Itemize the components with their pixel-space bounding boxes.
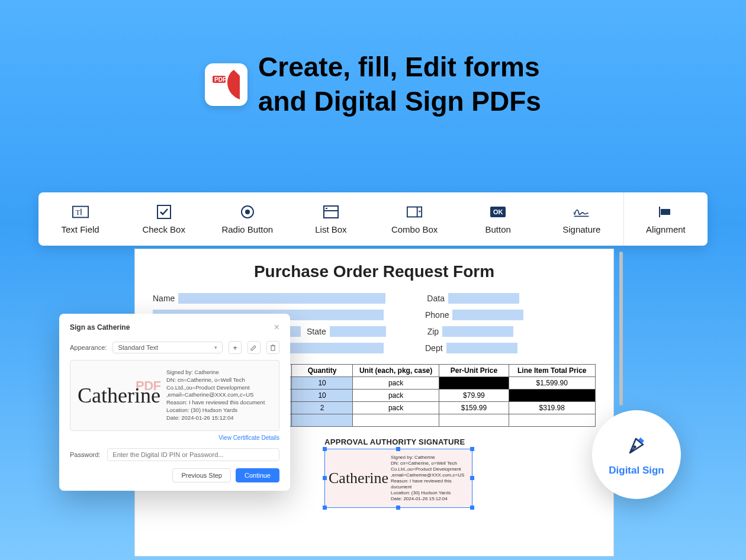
col-price: Per-Unit Price [439,365,509,377]
name-field[interactable] [178,293,385,304]
signature-details: Signed by: Catherine DN: cn=Catherine, o… [391,455,468,502]
form-label-data: Data [427,294,445,303]
add-appearance-button[interactable]: + [229,341,242,354]
col-quantity: Quantity [292,365,353,377]
title-line-2: and Digital Sign PDFs [258,85,541,119]
tool-label: Signature [562,224,600,234]
combo-box-icon [406,204,423,220]
button-icon: OK [490,204,506,220]
check-box-icon [156,204,172,220]
svg-rect-10 [326,208,327,209]
tool-label: Alignment [646,224,686,234]
phone-field[interactable] [452,310,523,320]
signature-icon: x [573,204,590,220]
alignment-icon [657,204,674,220]
edit-appearance-button[interactable] [247,341,261,354]
svg-text:PDF: PDF [214,76,226,83]
title-block: Create, fill, Edit forms and Digital Sig… [258,50,541,118]
zip-field[interactable] [442,326,513,337]
form-label-zip: Zip [427,327,439,336]
data-field[interactable] [448,293,519,304]
svg-rect-17 [271,346,275,350]
signature-field[interactable]: Catherine Signed by: Catherine DN: cn=Ca… [324,449,472,508]
fab-label: Digital Sign [609,465,664,477]
tool-alignment[interactable]: Alignment [623,192,708,246]
delete-appearance-button[interactable] [266,341,279,354]
chevron-down-icon: ▾ [214,345,217,350]
col-total: Line Item Total Price [509,365,596,377]
tool-label: List Box [315,224,346,234]
list-box-icon [323,204,339,220]
tool-text-field[interactable]: T Text Field [38,192,122,246]
sign-dialog: Sign as Catherine × Appearance: Standard… [59,314,290,491]
scrollbar[interactable] [619,252,623,405]
appearance-label: Appearance: [70,344,107,351]
signature-script: Catherine [329,469,388,487]
digital-sign-fab[interactable]: Digital Sign [592,410,681,499]
appearance-select[interactable]: Standard Text ▾ [112,342,223,353]
tool-label: Check Box [142,224,185,234]
radio-button-icon [239,204,256,220]
close-icon[interactable]: × [274,322,279,333]
svg-point-7 [245,210,250,214]
dept-field[interactable] [446,343,517,353]
tool-label: Combo Box [391,224,438,234]
form-label-dept: Dept [425,343,443,353]
state-field[interactable] [330,326,386,337]
header: PDF Create, fill, Edit forms and Digital… [0,0,746,118]
preview-script: Catherine [78,383,160,408]
dialog-title: Sign as Catherine [70,323,130,332]
previous-step-button[interactable]: Previous Step [172,468,230,482]
password-label: Password: [70,451,100,458]
tool-label: Button [485,224,511,234]
app-icon: PDF [205,63,247,106]
view-certificate-link[interactable]: View Certificate Details [70,435,279,441]
signature-section: APPROVAL AUTHORITY SIGNATURE Catherine S… [324,437,597,508]
tool-radio-button[interactable]: Radio Button [205,192,289,246]
tool-label: Text Field [61,224,99,234]
form-label-name: Name [153,294,175,303]
form-title: Purchase Order Request Form [153,262,596,281]
continue-button[interactable]: Continue [236,468,279,482]
password-input[interactable] [107,448,279,461]
form-tools-toolbar: T Text Field Check Box Radio Button List… [38,192,708,246]
svg-text:T: T [75,207,80,216]
pen-nib-icon [623,433,650,460]
col-unit: Unit (each, pkg, case) [352,365,439,377]
signature-section-title: APPROVAL AUTHORITY SIGNATURE [324,437,597,446]
preview-details: Signed by: Catherine DN: cn=Catherine, o… [166,369,272,422]
text-field-icon: T [72,204,89,220]
tool-signature[interactable]: x Signature [540,192,623,246]
tool-label: Radio Button [221,224,273,234]
tool-combo-box[interactable]: Combo Box [373,192,456,246]
form-label-state: State [307,327,326,336]
title-line-1: Create, fill, Edit forms [258,50,541,85]
svg-text:x: x [573,210,575,215]
svg-rect-16 [661,209,670,215]
tool-check-box[interactable]: Check Box [122,192,205,246]
form-label-phone: Phone [425,310,449,320]
tool-button[interactable]: OK Button [456,192,540,246]
signature-preview: PDF Catherine Signed by: Catherine DN: c… [70,360,279,431]
tool-list-box[interactable]: List Box [289,192,372,246]
